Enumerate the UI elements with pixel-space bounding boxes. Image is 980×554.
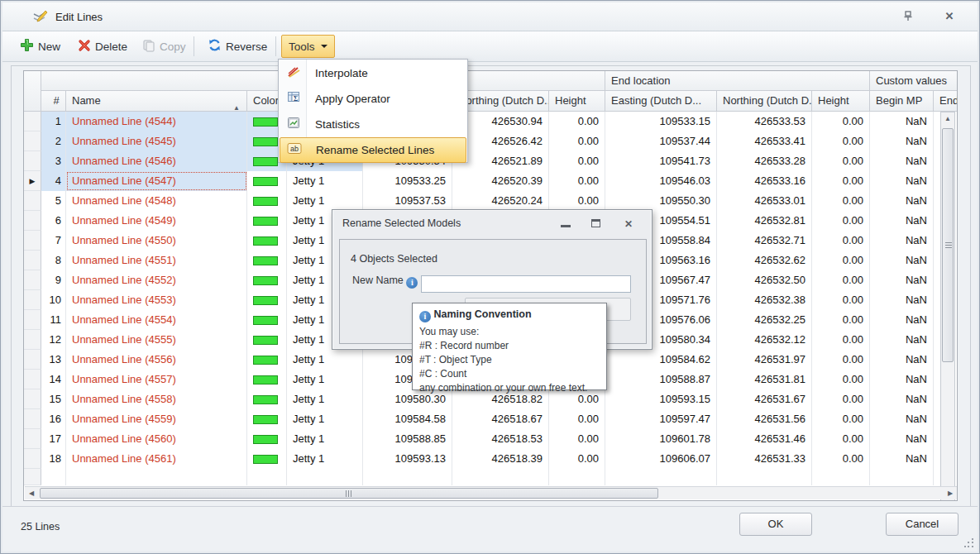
grid-cell[interactable]: NaN bbox=[870, 211, 934, 231]
line-color-swatch[interactable] bbox=[253, 296, 278, 305]
menu-item-apply-operator[interactable]: ΣApply Operator bbox=[280, 86, 466, 112]
grid-cell[interactable]: 426531.97 bbox=[717, 350, 812, 370]
grid-cell[interactable]: 10 bbox=[41, 290, 66, 310]
grid-cell[interactable]: 0.00 bbox=[812, 270, 870, 290]
grid-cell[interactable]: 0.00 bbox=[812, 131, 870, 151]
close-icon[interactable]: ✕ bbox=[941, 9, 958, 24]
row-indicator-active[interactable]: ▶ bbox=[24, 171, 41, 191]
menu-item-rename-selected-lines[interactable]: abRename Selected Lines bbox=[280, 137, 466, 163]
color-swatch-cell[interactable] bbox=[247, 290, 287, 310]
color-swatch-cell[interactable] bbox=[247, 370, 287, 389]
grid-cell[interactable]: 11 bbox=[41, 310, 66, 330]
line-color-swatch[interactable] bbox=[253, 236, 278, 246]
color-swatch-cell[interactable] bbox=[247, 409, 287, 429]
grid-cell[interactable]: 426533.28 bbox=[717, 151, 812, 171]
line-color-swatch[interactable] bbox=[253, 117, 278, 127]
grid-cell[interactable]: 109601.78 bbox=[605, 429, 717, 449]
line-color-swatch[interactable] bbox=[253, 177, 278, 186]
line-name-cell[interactable]: Unnamed Line (4549) bbox=[66, 211, 247, 231]
grid-cell[interactable]: 426518.53 bbox=[452, 429, 549, 449]
grid-cell[interactable]: NaN bbox=[870, 112, 934, 131]
grid-cell[interactable]: NaN bbox=[870, 270, 934, 290]
grid-cell[interactable]: 0.00 bbox=[812, 231, 870, 251]
line-name-cell[interactable]: Unnamed Line (4557) bbox=[66, 370, 247, 389]
grid-cell[interactable]: NaN bbox=[870, 330, 934, 350]
line-name-cell[interactable]: Unnamed Line (4554) bbox=[66, 310, 247, 330]
close-icon[interactable]: ✕ bbox=[623, 219, 634, 229]
grid-cell[interactable]: Jetty 1 bbox=[287, 429, 363, 449]
grid-cell[interactable]: NaN bbox=[870, 231, 934, 251]
scroll-right-icon[interactable]: ▶ bbox=[944, 487, 957, 500]
row-indicator[interactable] bbox=[24, 409, 41, 429]
column-header[interactable]: Easting (Dutch D... bbox=[605, 91, 717, 112]
menu-item-interpolate[interactable]: Interpolate bbox=[280, 60, 466, 86]
grid-cell[interactable]: 0.00 bbox=[812, 409, 870, 429]
row-indicator[interactable] bbox=[24, 191, 41, 211]
grid-cell[interactable]: Jetty 1 bbox=[287, 370, 363, 389]
line-name-cell[interactable]: Unnamed Line (4544) bbox=[66, 112, 247, 131]
table-row[interactable]: 18Unnamed Line (4561)Jetty 1109593.13426… bbox=[24, 449, 958, 469]
line-name-cell[interactable]: Unnamed Line (4559) bbox=[66, 409, 247, 429]
column-header[interactable]: Name▲ bbox=[66, 91, 247, 112]
row-indicator[interactable] bbox=[24, 429, 41, 449]
grid-cell[interactable]: 426520.39 bbox=[452, 171, 549, 191]
grid-cell[interactable]: 6 bbox=[41, 211, 66, 231]
line-name-cell[interactable]: Unnamed Line (4555) bbox=[66, 330, 247, 350]
delete-button[interactable]: Delete bbox=[71, 35, 134, 58]
line-color-swatch[interactable] bbox=[253, 356, 278, 365]
line-name-cell[interactable]: Unnamed Line (4556) bbox=[66, 350, 247, 370]
line-color-swatch[interactable] bbox=[253, 375, 278, 384]
grid-cell[interactable]: NaN bbox=[870, 429, 934, 449]
grid-cell[interactable]: Jetty 1 bbox=[287, 191, 363, 211]
grid-cell[interactable]: 0.00 bbox=[812, 151, 870, 171]
grid-cell[interactable]: Jetty 1 bbox=[287, 449, 363, 469]
grid-cell[interactable]: 13 bbox=[41, 350, 66, 370]
ok-button[interactable]: OK bbox=[739, 513, 812, 536]
menu-item-statistics[interactable]: Statistics bbox=[280, 112, 466, 137]
grid-cell[interactable]: 0.00 bbox=[812, 429, 870, 449]
grid-cell[interactable]: 426532.71 bbox=[717, 231, 812, 251]
line-name-cell[interactable]: Unnamed Line (4545) bbox=[66, 131, 247, 151]
grid-cell[interactable]: 426533.01 bbox=[717, 191, 812, 211]
grid-cell[interactable]: 5 bbox=[41, 191, 66, 211]
grid-cell[interactable]: NaN bbox=[870, 350, 934, 370]
grid-cell[interactable]: 18 bbox=[41, 449, 66, 469]
copy-button[interactable]: Copy bbox=[136, 35, 193, 58]
column-header[interactable]: # bbox=[41, 91, 66, 112]
grid-cell[interactable]: Jetty 1 bbox=[287, 409, 363, 429]
row-indicator[interactable] bbox=[24, 370, 41, 389]
grid-cell[interactable]: 426531.46 bbox=[717, 429, 812, 449]
grid-cell[interactable]: 0.00 bbox=[812, 330, 870, 350]
grid-cell[interactable]: 109588.87 bbox=[605, 370, 717, 389]
grid-cell[interactable]: Jetty 1 bbox=[287, 350, 363, 370]
grid-cell[interactable]: 109541.73 bbox=[605, 151, 717, 171]
grid-cell[interactable]: 0.00 bbox=[812, 171, 870, 191]
grid-cell[interactable]: 109537.53 bbox=[363, 191, 452, 211]
grid-cell[interactable]: 426532.50 bbox=[717, 270, 812, 290]
grid-cell[interactable]: 426531.33 bbox=[717, 449, 812, 469]
grid-cell[interactable]: 426533.41 bbox=[717, 131, 812, 151]
cancel-button[interactable]: Cancel bbox=[886, 513, 958, 536]
table-row[interactable]: 1Unnamed Line (4544)426530.940.00109533.… bbox=[24, 112, 958, 131]
color-swatch-cell[interactable] bbox=[247, 191, 287, 211]
grid-cell[interactable]: 109550.30 bbox=[605, 191, 717, 211]
grid-cell[interactable]: NaN bbox=[870, 191, 934, 211]
grid-cell[interactable]: 109597.47 bbox=[605, 409, 717, 429]
color-swatch-cell[interactable] bbox=[247, 310, 287, 330]
row-indicator[interactable] bbox=[24, 389, 41, 409]
grid-cell[interactable]: NaN bbox=[870, 290, 934, 310]
line-name-cell[interactable]: Unnamed Line (4546) bbox=[66, 151, 247, 171]
column-header[interactable]: Northing (Dutch D... bbox=[717, 91, 812, 112]
table-row[interactable]: 16Unnamed Line (4559)Jetty 1109584.58426… bbox=[24, 409, 958, 429]
row-indicator[interactable] bbox=[24, 112, 41, 131]
grid-cell[interactable]: 109584.62 bbox=[605, 350, 717, 370]
grid-cell[interactable]: 12 bbox=[41, 330, 66, 350]
grid-cell[interactable]: 9 bbox=[41, 270, 66, 290]
line-name-cell[interactable]: Unnamed Line (4552) bbox=[66, 270, 247, 290]
grid-cell[interactable]: 426532.25 bbox=[717, 310, 812, 330]
grid-cell[interactable]: 0.00 bbox=[549, 171, 605, 191]
grid-cell[interactable]: 109533.25 bbox=[363, 171, 452, 191]
grid-cell[interactable]: 426531.81 bbox=[717, 370, 812, 389]
grid-cell[interactable]: 0.00 bbox=[812, 389, 870, 409]
grid-cell[interactable]: 0.00 bbox=[549, 112, 605, 131]
